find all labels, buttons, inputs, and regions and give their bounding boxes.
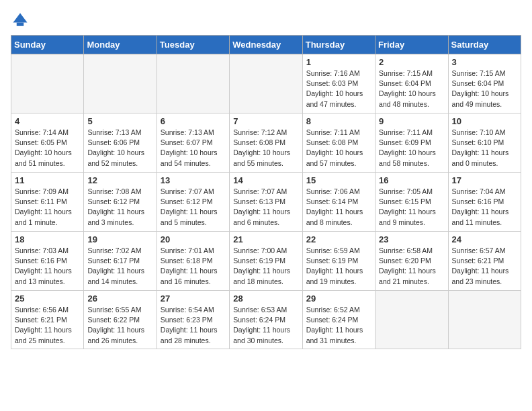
day-info: Sunrise: 6:53 AMSunset: 6:24 PMDaylight:…	[233, 305, 298, 346]
day-info: Sunrise: 7:12 AMSunset: 6:08 PMDaylight:…	[233, 128, 298, 169]
day-info: Sunrise: 7:15 AMSunset: 6:04 PMDaylight:…	[379, 68, 444, 109]
day-number: 9	[379, 116, 444, 126]
calendar-cell: 9Sunrise: 7:11 AMSunset: 6:09 PMDaylight…	[375, 113, 448, 173]
calendar-cell: 26Sunrise: 6:55 AMSunset: 6:22 PMDayligh…	[84, 291, 157, 349]
calendar-cell: 12Sunrise: 7:08 AMSunset: 6:12 PMDayligh…	[84, 173, 157, 232]
day-info: Sunrise: 7:11 AMSunset: 6:08 PMDaylight:…	[306, 128, 371, 169]
logo-icon	[11, 11, 30, 30]
day-info: Sunrise: 7:00 AMSunset: 6:19 PMDaylight:…	[233, 246, 298, 287]
calendar-cell	[448, 291, 521, 349]
day-number: 28	[233, 293, 298, 304]
day-number: 5	[87, 116, 152, 126]
calendar-cell: 20Sunrise: 7:01 AMSunset: 6:18 PMDayligh…	[157, 232, 229, 291]
calendar-week-3: 11Sunrise: 7:09 AMSunset: 6:11 PMDayligh…	[11, 173, 521, 232]
day-number: 4	[15, 116, 80, 126]
day-info: Sunrise: 6:54 AMSunset: 6:23 PMDaylight:…	[161, 305, 226, 346]
svg-marker-0	[13, 13, 28, 23]
day-number: 15	[306, 175, 371, 185]
day-info: Sunrise: 7:07 AMSunset: 6:13 PMDaylight:…	[233, 187, 298, 228]
calendar-cell: 28Sunrise: 6:53 AMSunset: 6:24 PMDayligh…	[230, 291, 302, 349]
day-info: Sunrise: 7:08 AMSunset: 6:12 PMDaylight:…	[87, 187, 152, 228]
calendar-cell: 27Sunrise: 6:54 AMSunset: 6:23 PMDayligh…	[157, 291, 229, 349]
calendar-cell: 29Sunrise: 6:52 AMSunset: 6:24 PMDayligh…	[302, 291, 375, 349]
day-number: 27	[161, 293, 226, 304]
weekday-header-monday: Monday	[84, 36, 157, 54]
day-info: Sunrise: 6:55 AMSunset: 6:22 PMDaylight:…	[87, 305, 152, 346]
day-number: 24	[452, 234, 517, 244]
day-number: 21	[233, 234, 298, 244]
calendar-cell: 21Sunrise: 7:00 AMSunset: 6:19 PMDayligh…	[230, 232, 302, 291]
calendar-cell: 3Sunrise: 7:15 AMSunset: 6:04 PMDaylight…	[448, 54, 521, 113]
day-number: 18	[15, 234, 80, 244]
day-number: 14	[233, 175, 298, 185]
day-info: Sunrise: 7:09 AMSunset: 6:11 PMDaylight:…	[15, 187, 80, 228]
calendar: SundayMondayTuesdayWednesdayThursdayFrid…	[11, 35, 521, 349]
calendar-cell: 5Sunrise: 7:13 AMSunset: 6:06 PMDaylight…	[84, 113, 157, 173]
weekday-header-friday: Friday	[375, 36, 448, 54]
day-info: Sunrise: 7:13 AMSunset: 6:07 PMDaylight:…	[161, 128, 226, 169]
day-info: Sunrise: 7:11 AMSunset: 6:09 PMDaylight:…	[379, 128, 444, 169]
svg-rect-1	[17, 23, 24, 26]
day-info: Sunrise: 7:07 AMSunset: 6:12 PMDaylight:…	[161, 187, 226, 228]
day-info: Sunrise: 7:02 AMSunset: 6:17 PMDaylight:…	[87, 246, 152, 287]
calendar-cell: 10Sunrise: 7:10 AMSunset: 6:10 PMDayligh…	[448, 113, 521, 173]
day-number: 29	[306, 293, 371, 304]
calendar-cell: 4Sunrise: 7:14 AMSunset: 6:05 PMDaylight…	[11, 113, 84, 173]
logo	[11, 11, 32, 30]
day-info: Sunrise: 7:13 AMSunset: 6:06 PMDaylight:…	[87, 128, 152, 169]
calendar-cell	[157, 54, 229, 113]
calendar-cell: 2Sunrise: 7:15 AMSunset: 6:04 PMDaylight…	[375, 54, 448, 113]
day-number: 3	[452, 57, 517, 67]
calendar-cell	[84, 54, 157, 113]
day-number: 7	[233, 116, 298, 126]
calendar-cell	[11, 54, 84, 113]
day-number: 2	[379, 57, 444, 67]
calendar-cell: 23Sunrise: 6:58 AMSunset: 6:20 PMDayligh…	[375, 232, 448, 291]
day-number: 6	[161, 116, 226, 126]
day-info: Sunrise: 6:59 AMSunset: 6:19 PMDaylight:…	[306, 246, 371, 287]
calendar-cell: 7Sunrise: 7:12 AMSunset: 6:08 PMDaylight…	[230, 113, 302, 173]
day-info: Sunrise: 7:06 AMSunset: 6:14 PMDaylight:…	[306, 187, 371, 228]
day-info: Sunrise: 6:56 AMSunset: 6:21 PMDaylight:…	[15, 305, 80, 346]
calendar-cell: 16Sunrise: 7:05 AMSunset: 6:15 PMDayligh…	[375, 173, 448, 232]
day-number: 10	[452, 116, 517, 126]
day-info: Sunrise: 7:16 AMSunset: 6:03 PMDaylight:…	[306, 68, 371, 109]
calendar-cell: 25Sunrise: 6:56 AMSunset: 6:21 PMDayligh…	[11, 291, 84, 349]
calendar-cell	[230, 54, 302, 113]
day-info: Sunrise: 7:01 AMSunset: 6:18 PMDaylight:…	[161, 246, 226, 287]
calendar-cell: 11Sunrise: 7:09 AMSunset: 6:11 PMDayligh…	[11, 173, 84, 232]
day-info: Sunrise: 6:58 AMSunset: 6:20 PMDaylight:…	[379, 246, 444, 287]
day-number: 17	[452, 175, 517, 185]
day-info: Sunrise: 7:14 AMSunset: 6:05 PMDaylight:…	[15, 128, 80, 169]
calendar-cell: 14Sunrise: 7:07 AMSunset: 6:13 PMDayligh…	[230, 173, 302, 232]
day-info: Sunrise: 7:10 AMSunset: 6:10 PMDaylight:…	[452, 128, 517, 169]
day-number: 19	[87, 234, 152, 244]
calendar-week-2: 4Sunrise: 7:14 AMSunset: 6:05 PMDaylight…	[11, 113, 521, 173]
day-info: Sunrise: 7:04 AMSunset: 6:16 PMDaylight:…	[452, 187, 517, 228]
day-number: 11	[15, 175, 80, 185]
calendar-cell: 1Sunrise: 7:16 AMSunset: 6:03 PMDaylight…	[302, 54, 375, 113]
calendar-week-4: 18Sunrise: 7:03 AMSunset: 6:16 PMDayligh…	[11, 232, 521, 291]
day-info: Sunrise: 6:57 AMSunset: 6:21 PMDaylight:…	[452, 246, 517, 287]
calendar-cell: 6Sunrise: 7:13 AMSunset: 6:07 PMDaylight…	[157, 113, 229, 173]
weekday-header-saturday: Saturday	[448, 36, 521, 54]
day-number: 13	[161, 175, 226, 185]
calendar-cell: 18Sunrise: 7:03 AMSunset: 6:16 PMDayligh…	[11, 232, 84, 291]
calendar-cell: 8Sunrise: 7:11 AMSunset: 6:08 PMDaylight…	[302, 113, 375, 173]
weekday-header-tuesday: Tuesday	[157, 36, 229, 54]
calendar-cell	[375, 291, 448, 349]
day-info: Sunrise: 6:52 AMSunset: 6:24 PMDaylight:…	[306, 305, 371, 346]
day-number: 25	[15, 293, 80, 304]
calendar-cell: 22Sunrise: 6:59 AMSunset: 6:19 PMDayligh…	[302, 232, 375, 291]
day-number: 22	[306, 234, 371, 244]
weekday-header-thursday: Thursday	[302, 36, 375, 54]
day-number: 1	[306, 57, 371, 67]
calendar-week-1: 1Sunrise: 7:16 AMSunset: 6:03 PMDaylight…	[11, 54, 521, 113]
calendar-cell: 13Sunrise: 7:07 AMSunset: 6:12 PMDayligh…	[157, 173, 229, 232]
day-info: Sunrise: 7:15 AMSunset: 6:04 PMDaylight:…	[452, 68, 517, 109]
calendar-cell: 19Sunrise: 7:02 AMSunset: 6:17 PMDayligh…	[84, 232, 157, 291]
calendar-week-5: 25Sunrise: 6:56 AMSunset: 6:21 PMDayligh…	[11, 291, 521, 349]
day-number: 20	[161, 234, 226, 244]
weekday-header-row: SundayMondayTuesdayWednesdayThursdayFrid…	[11, 36, 521, 54]
header	[11, 11, 521, 30]
